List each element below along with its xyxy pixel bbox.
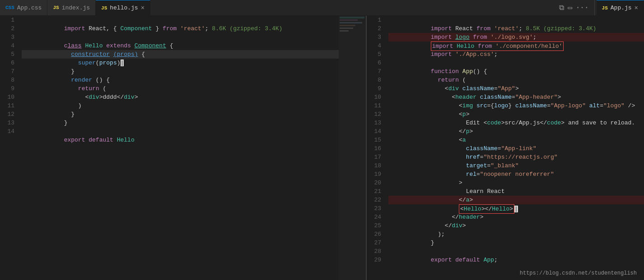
left-code-lines: import React, { Component } from 'react'… <box>18 16 339 280</box>
left-code-line-3: class Hello extends Component { <box>22 33 339 41</box>
ln-2: 2 <box>4 24 14 33</box>
left-minimap <box>339 16 366 280</box>
svg-rect-1 <box>340 19 358 21</box>
rln-20: 20 <box>370 179 381 187</box>
svg-rect-4 <box>340 28 353 29</box>
rln-7: 7 <box>370 67 381 76</box>
minimap-svg <box>339 16 366 241</box>
watermark: https://blog.csdn.net/studentenglish <box>520 270 637 276</box>
tab-label-app-js: App.js <box>611 5 632 11</box>
left-line-numbers: 1 2 3 4 5 6 7 8 9 10 11 12 13 14 <box>0 16 18 280</box>
rln-29: 29 <box>370 256 381 264</box>
right-code-line-6: function App() { <box>388 59 644 67</box>
rln-17: 17 <box>370 153 381 161</box>
svg-rect-2 <box>340 22 362 23</box>
tab-icon-js-index: JS <box>53 5 59 10</box>
rln-4: 4 <box>370 41 381 50</box>
rln-27: 27 <box>370 239 381 247</box>
split-editor-icon[interactable]: ⧉ <box>559 4 564 12</box>
ln-4: 4 <box>4 41 14 50</box>
right-code-line-1: import React from 'react'; 8.5K (gzipped… <box>388 16 644 24</box>
svg-rect-5 <box>340 30 349 32</box>
ln-1: 1 <box>4 16 14 24</box>
rln-21: 21 <box>370 187 381 196</box>
ln-13: 13 <box>4 119 14 127</box>
rln-9: 9 <box>370 84 381 93</box>
rln-15: 15 <box>370 136 381 144</box>
right-code-area[interactable]: 1 2 3 4 5 6 7 8 9 10 11 12 13 14 15 16 1 <box>367 16 644 280</box>
ln-3: 3 <box>4 33 14 41</box>
rln-8: 8 <box>370 76 381 84</box>
right-editor-panel: 1 2 3 4 5 6 7 8 9 10 11 12 13 14 15 16 1 <box>366 16 644 280</box>
toggle-sidebar-icon[interactable]: ▭ <box>568 3 572 12</box>
svg-rect-0 <box>340 17 364 18</box>
tab-icon-css: CSS <box>5 5 14 10</box>
ln-7: 7 <box>4 67 14 76</box>
rln-12: 12 <box>370 110 381 119</box>
rln-14: 14 <box>370 127 381 136</box>
rln-11: 11 <box>370 101 381 110</box>
rln-6: 6 <box>370 59 381 67</box>
rln-13: 13 <box>370 119 381 127</box>
ln-10: 10 <box>4 93 14 101</box>
tab-close-hello[interactable]: × <box>141 5 145 11</box>
left-code-area[interactable]: 1 2 3 4 5 6 7 8 9 10 11 12 13 14 <box>0 16 366 280</box>
tab-label-index-js: index.js <box>62 5 90 11</box>
rln-1: 1 <box>370 16 381 24</box>
editors-row: 1 2 3 4 5 6 7 8 9 10 11 12 13 14 <box>0 16 644 280</box>
ln-11: 11 <box>4 101 14 110</box>
tab-app-css[interactable]: CSS App.css <box>0 0 47 15</box>
rln-22: 22 <box>370 196 381 204</box>
ln-8: 8 <box>4 76 14 84</box>
rln-10: 10 <box>370 93 381 101</box>
left-code-line-14: export default Hello <box>22 127 339 136</box>
right-line-numbers: 1 2 3 4 5 6 7 8 9 10 11 12 13 14 15 16 1 <box>367 16 385 280</box>
rln-24: 24 <box>370 213 381 221</box>
rln-25: 25 <box>370 221 381 230</box>
ln-14: 14 <box>4 127 14 136</box>
tab-bar-top: CSS App.css JS index.js JS hello.js × ⧉ … <box>0 0 644 16</box>
rln-5: 5 <box>370 50 381 59</box>
ln-6: 6 <box>4 59 14 67</box>
rln-26: 26 <box>370 230 381 239</box>
left-code-line-1: import React, { Component } from 'react'… <box>22 16 339 24</box>
tab-icon-js-app: JS <box>602 5 608 11</box>
tab-app-js[interactable]: JS App.js × <box>597 0 644 15</box>
ln-5: 5 <box>4 50 14 59</box>
rln-19: 19 <box>370 170 381 179</box>
rln-3: 3 <box>370 33 381 41</box>
ln-12: 12 <box>4 110 14 119</box>
right-code-lines: import React from 'react'; 8.5K (gzipped… <box>385 16 644 280</box>
left-editor-panel: 1 2 3 4 5 6 7 8 9 10 11 12 13 14 <box>0 16 366 280</box>
rln-18: 18 <box>370 161 381 170</box>
tab-label-app-css: App.css <box>17 5 42 11</box>
right-code-line-28: export default App; <box>388 247 644 256</box>
rln-16: 16 <box>370 144 381 153</box>
tab-icon-js-hello: JS <box>101 5 107 11</box>
rln-2: 2 <box>370 24 381 33</box>
panel-divider <box>594 0 595 15</box>
tab-hello-js[interactable]: JS hello.js × <box>96 0 150 15</box>
editor-container: CSS App.css JS index.js JS hello.js × ⧉ … <box>0 0 644 280</box>
left-code-line-13 <box>22 119 339 127</box>
svg-rect-3 <box>340 25 355 26</box>
tab-index-js[interactable]: JS index.js <box>47 0 96 15</box>
more-actions-icon[interactable]: ··· <box>576 4 589 12</box>
tab-close-app-js[interactable]: × <box>635 5 638 11</box>
tab-actions: ⧉ ▭ ··· <box>559 3 592 12</box>
rln-23: 23 <box>370 204 381 213</box>
rln-28: 28 <box>370 247 381 256</box>
ln-9: 9 <box>4 84 14 93</box>
tab-label-hello-js: hello.js <box>110 5 138 11</box>
